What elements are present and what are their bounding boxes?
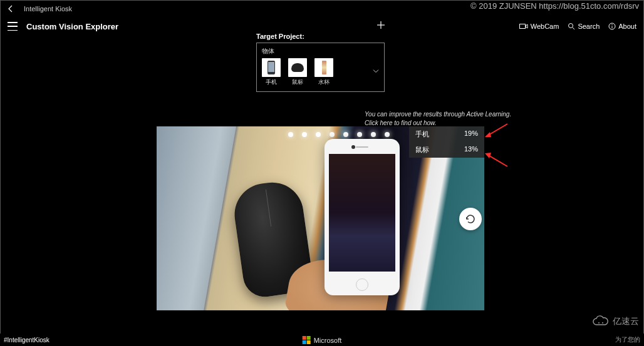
- target-project-label: Target Project:: [256, 33, 385, 40]
- watermark-text: © 2019 ZJUNSEN https://blog.51cto.com/rd…: [470, 1, 639, 11]
- thumbnail-mouse: [288, 58, 307, 77]
- prediction-row: 手机 19%: [409, 126, 484, 142]
- prediction-score: 19%: [464, 130, 478, 139]
- prediction-results-panel: 手机 19% 鼠标 13%: [409, 126, 484, 158]
- hamburger-icon[interactable]: [8, 22, 18, 31]
- info-icon: [608, 23, 616, 30]
- refresh-icon: [465, 213, 476, 225]
- prediction-row: 鼠标 13%: [409, 142, 484, 158]
- thumbnail-phone: [262, 58, 281, 77]
- detected-phone: [325, 139, 400, 295]
- target-item-phone[interactable]: 手机: [262, 58, 281, 86]
- svg-point-5: [612, 24, 613, 25]
- svg-marker-9: [485, 132, 491, 137]
- prediction-score: 13%: [464, 145, 478, 155]
- refresh-button[interactable]: [459, 208, 482, 230]
- svg-point-1: [569, 24, 573, 28]
- webcam-icon: [519, 23, 528, 29]
- thumbnail-cup: [314, 58, 333, 77]
- microsoft-logo: Microsoft: [303, 336, 342, 344]
- prediction-label: 鼠标: [415, 145, 429, 155]
- target-group-label: 物体: [262, 47, 379, 56]
- app-name: Intelligent Kiosk: [24, 5, 72, 13]
- microsoft-icon: [303, 336, 311, 344]
- webcam-button[interactable]: WebCam: [519, 23, 559, 30]
- target-item-mouse[interactable]: 鼠标: [288, 58, 307, 86]
- chevron-down-icon[interactable]: [373, 64, 379, 75]
- yisu-cloud-logo: 亿速云: [591, 315, 639, 328]
- target-project-dropdown[interactable]: 物体 手机 鼠标 水杯: [256, 43, 385, 92]
- footer-hashtag: #IntelligentKiosk: [4, 337, 49, 343]
- svg-line-2: [573, 28, 574, 29]
- footer-right-text: 为了您的: [615, 335, 640, 344]
- target-project-panel: Target Project: 物体 手机 鼠标 水杯: [256, 33, 385, 92]
- add-project-icon[interactable]: [376, 20, 386, 33]
- cloud-icon: [591, 315, 610, 328]
- page-title: Custom Vision Explorer: [26, 22, 118, 31]
- annotation-arrow-2: [484, 149, 509, 168]
- active-learning-hint[interactable]: You can improve the results through Acti…: [365, 110, 511, 127]
- search-button[interactable]: Search: [568, 23, 600, 30]
- svg-line-10: [486, 154, 507, 166]
- about-button[interactable]: About: [608, 23, 636, 30]
- prediction-label: 手机: [415, 130, 429, 139]
- back-arrow-icon[interactable]: [5, 3, 16, 14]
- target-item-cup[interactable]: 水杯: [314, 58, 333, 86]
- svg-point-12: [598, 322, 600, 323]
- svg-point-13: [602, 322, 603, 323]
- search-icon: [568, 23, 575, 30]
- svg-marker-11: [485, 153, 491, 158]
- svg-rect-0: [519, 24, 525, 29]
